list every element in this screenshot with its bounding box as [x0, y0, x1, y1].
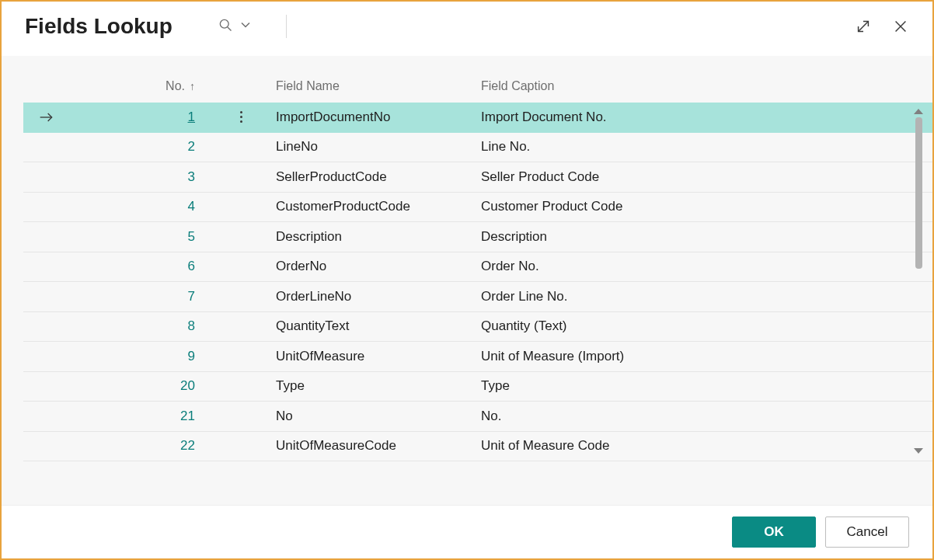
- cell-no[interactable]: 2: [70, 139, 221, 155]
- svg-line-1: [228, 27, 232, 31]
- fields-lookup-dialog: Fields Lookup: [0, 0, 934, 560]
- svg-line-2: [859, 22, 869, 32]
- cell-fieldname: LineNo: [260, 139, 481, 155]
- cell-fieldname: OrderNo: [260, 259, 481, 274]
- cell-no[interactable]: 4: [70, 199, 221, 214]
- row-indicator: [23, 111, 70, 123]
- scroll-up-icon: [914, 109, 923, 114]
- cell-fieldname: Type: [260, 378, 481, 394]
- cell-no[interactable]: 1: [70, 110, 221, 125]
- expand-button[interactable]: [855, 18, 872, 35]
- table-body: 1ImportDocumentNoImport Document No.2Lin…: [23, 103, 932, 461]
- table-row[interactable]: 21NoNo.: [23, 402, 932, 432]
- close-button[interactable]: [892, 18, 909, 35]
- chevron-down-icon: [238, 17, 253, 36]
- scroll-thumb[interactable]: [915, 117, 922, 269]
- search-dropdown[interactable]: [218, 17, 253, 36]
- cell-caption: Description: [481, 229, 932, 245]
- table-row[interactable]: 3SellerProductCodeSeller Product Code: [23, 162, 932, 193]
- cell-no[interactable]: 21: [70, 409, 221, 424]
- arrow-right-icon: [39, 111, 54, 123]
- table-row[interactable]: 22UnitOfMeasureCodeUnit of Measure Code: [23, 432, 932, 462]
- sort-asc-icon: ↑: [190, 80, 195, 92]
- table-row[interactable]: 1ImportDocumentNoImport Document No.: [23, 103, 932, 133]
- dialog-footer: OK Cancel: [2, 505, 932, 558]
- cell-fieldname: OrderLineNo: [260, 289, 481, 304]
- cell-caption: Seller Product Code: [481, 169, 932, 185]
- cell-fieldname: Description: [260, 229, 481, 245]
- fields-table: No. ↑ Field Name Field Caption 1ImportDo…: [23, 56, 932, 505]
- cell-no[interactable]: 7: [70, 289, 221, 304]
- cancel-button[interactable]: Cancel: [825, 517, 909, 548]
- cell-caption: Quantity (Text): [481, 318, 932, 334]
- search-icon: [218, 17, 233, 36]
- header-divider: [286, 15, 287, 38]
- cell-caption: Unit of Measure Code: [481, 438, 932, 454]
- column-header-fieldname[interactable]: Field Name: [260, 79, 481, 93]
- table-row[interactable]: 7OrderLineNoOrder Line No.: [23, 282, 932, 312]
- cell-fieldname: ImportDocumentNo: [260, 110, 481, 125]
- cell-caption: Order No.: [481, 259, 932, 274]
- scroll-down-icon: [914, 448, 923, 454]
- cell-no[interactable]: 3: [70, 169, 221, 185]
- dialog-header: Fields Lookup: [2, 2, 932, 56]
- more-vertical-icon: [240, 111, 242, 123]
- cell-fieldname: CustomerProductCode: [260, 199, 481, 214]
- table-row[interactable]: 20TypeType: [23, 372, 932, 402]
- ok-button[interactable]: OK: [732, 517, 816, 548]
- cell-caption: Customer Product Code: [481, 199, 932, 214]
- svg-point-0: [220, 19, 228, 28]
- cell-no[interactable]: 6: [70, 259, 221, 274]
- expand-icon: [855, 18, 872, 35]
- cell-fieldname: No: [260, 409, 481, 424]
- table-row[interactable]: 4CustomerProductCodeCustomer Product Cod…: [23, 193, 932, 223]
- cell-no[interactable]: 5: [70, 229, 221, 245]
- table-row[interactable]: 9UnitOfMeasureUnit of Measure (Import): [23, 342, 932, 372]
- table-row[interactable]: 2LineNoLine No.: [23, 133, 932, 163]
- cell-caption: Type: [481, 378, 932, 394]
- cell-caption: No.: [481, 409, 932, 424]
- column-header-no[interactable]: No. ↑: [70, 79, 221, 93]
- close-icon: [892, 18, 909, 35]
- cell-fieldname: SellerProductCode: [260, 169, 481, 185]
- cell-no[interactable]: 8: [70, 318, 221, 334]
- cell-fieldname: UnitOfMeasure: [260, 349, 481, 364]
- column-header-no-label: No.: [166, 79, 185, 93]
- row-actions[interactable]: [221, 111, 260, 123]
- vertical-scrollbar[interactable]: [912, 109, 925, 454]
- cell-fieldname: UnitOfMeasureCode: [260, 438, 481, 454]
- table-header-row: No. ↑ Field Name Field Caption: [23, 79, 932, 103]
- dialog-content: No. ↑ Field Name Field Caption 1ImportDo…: [2, 56, 932, 505]
- cell-caption: Import Document No.: [481, 110, 932, 125]
- table-row[interactable]: 8QuantityTextQuantity (Text): [23, 312, 932, 343]
- cell-caption: Unit of Measure (Import): [481, 349, 932, 364]
- cell-caption: Line No.: [481, 139, 932, 155]
- cell-caption: Order Line No.: [481, 289, 932, 304]
- column-header-fieldcaption[interactable]: Field Caption: [481, 79, 932, 93]
- table-row[interactable]: 5DescriptionDescription: [23, 222, 932, 252]
- cell-fieldname: QuantityText: [260, 318, 481, 334]
- table-row[interactable]: 6OrderNoOrder No.: [23, 252, 932, 283]
- cell-no[interactable]: 9: [70, 349, 221, 364]
- header-actions: [855, 18, 909, 35]
- cell-no[interactable]: 22: [70, 438, 221, 454]
- dialog-title: Fields Lookup: [25, 14, 173, 39]
- cell-no[interactable]: 20: [70, 378, 221, 394]
